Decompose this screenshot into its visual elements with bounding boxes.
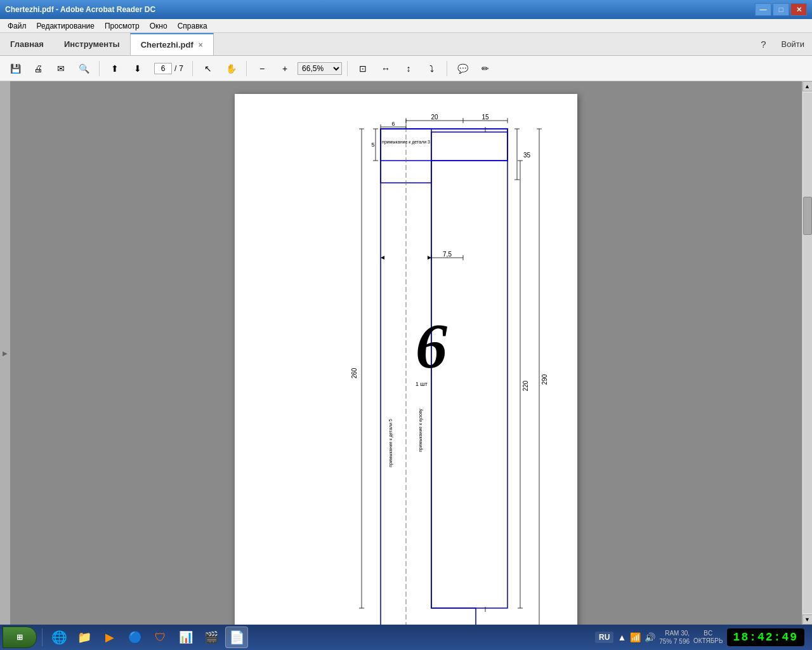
next-page-button[interactable]: ⬇ [128, 59, 148, 78]
tab-document[interactable]: Chertezhi.pdf × [130, 33, 214, 55]
technical-drawing: 20 15 6 5 35 [235, 94, 577, 625]
toolbar-separator-2 [192, 61, 193, 76]
nav-tabs: Главная Инструменты Chertezhi.pdf × ? Во… [0, 33, 812, 56]
menu-help[interactable]: Справка [173, 20, 213, 32]
page-indicator: / 7 [150, 63, 187, 74]
toolbar-separator-4 [347, 61, 348, 76]
taskbar-app-icon[interactable]: 📊 [174, 627, 197, 648]
toolbar: 💾 🖨 ✉ 🔍 ⬆ ⬇ / 7 ↖ ✋ − + 66,5% 50% 75% 10… [0, 56, 812, 81]
date-month: ОКТЯБРЬ [693, 637, 723, 645]
ram-label: RAM 30, [659, 629, 690, 637]
menu-edit[interactable]: Редактирование [32, 20, 100, 32]
svg-text:1 шт: 1 шт [416, 381, 428, 387]
tab-tools[interactable]: Инструменты [54, 33, 130, 55]
menu-file[interactable]: Файл [3, 20, 32, 32]
svg-text:290: 290 [541, 374, 548, 385]
fit-width-button[interactable]: ↔ [376, 59, 396, 78]
prev-page-button[interactable]: ⬆ [105, 59, 125, 78]
page-input[interactable] [154, 63, 172, 74]
fit-height-button[interactable]: ↕ [398, 59, 419, 78]
taskbar-date: BC ОКТЯБРЬ [693, 630, 723, 645]
tab-close-button[interactable]: × [199, 41, 203, 50]
ram-value: 75% 7 596 [659, 637, 690, 646]
menu-view[interactable]: Просмотр [100, 20, 145, 32]
select-tool-button[interactable]: ↖ [198, 59, 218, 78]
print-button[interactable]: 🖨 [28, 59, 48, 78]
main-area: ▶ [0, 81, 812, 625]
language-indicator[interactable]: RU [595, 632, 613, 643]
svg-text:5: 5 [371, 142, 374, 148]
taskbar-chrome-icon[interactable]: 🔵 [124, 627, 147, 648]
taskbar-sep-1 [42, 628, 43, 646]
tray-arrow-icon: ▲ [617, 632, 626, 642]
titlebar: Chertezhi.pdf - Adobe Acrobat Reader DC … [0, 0, 812, 19]
date-day: BC [704, 630, 712, 637]
svg-text:20: 20 [431, 114, 438, 121]
maximize-button[interactable]: □ [773, 3, 789, 16]
taskbar-clock: 18:42:49 [727, 628, 804, 646]
email-button[interactable]: ✉ [51, 59, 71, 78]
total-pages: 7 [179, 64, 183, 73]
minimize-button[interactable]: — [755, 3, 771, 16]
help-button[interactable]: ? [753, 33, 773, 55]
pdf-page: 20 15 6 5 35 [235, 94, 577, 625]
menubar: Файл Редактирование Просмотр Окно Справк… [0, 19, 812, 33]
nav-spacer [214, 33, 754, 55]
svg-text:35: 35 [523, 152, 531, 159]
taskbar-filemanager-icon[interactable]: 📁 [73, 627, 96, 648]
titlebar-controls: — □ ✕ [755, 3, 807, 16]
start-button[interactable]: ⊞ [3, 627, 37, 648]
save-button[interactable]: 💾 [5, 59, 25, 78]
scroll-down-button[interactable]: ▼ [802, 614, 813, 625]
network-icon: 📶 [630, 632, 641, 642]
zoom-in-button[interactable]: + [275, 59, 295, 78]
taskbar-tray: RU ▲ 📶 🔊 RAM 30, 75% 7 596 BC ОКТЯБРЬ 18… [590, 628, 809, 646]
svg-text:примыкание к детали 3: примыкание к детали 3 [382, 140, 430, 145]
taskbar-video-icon[interactable]: 🎬 [200, 627, 223, 648]
sound-icon: 🔊 [645, 632, 655, 642]
taskbar-acrobat-icon[interactable]: 📄 [225, 627, 248, 648]
scroll-up-button[interactable]: ▲ [802, 81, 813, 91]
svg-text:примыкание к детали 5: примыкание к детали 5 [388, 419, 393, 467]
svg-text:220: 220 [522, 380, 529, 391]
tab-home[interactable]: Главная [0, 33, 54, 55]
titlebar-title: Chertezhi.pdf - Adobe Acrobat Reader DC [5, 5, 155, 14]
comment-button[interactable]: 💬 [452, 59, 473, 78]
ram-info: RAM 30, 75% 7 596 [659, 629, 690, 646]
search-button[interactable]: 🔍 [74, 59, 94, 78]
toolbar-separator-3 [246, 61, 247, 76]
taskbar-shield-icon[interactable]: 🛡 [149, 627, 172, 648]
svg-text:7,5: 7,5 [443, 251, 452, 258]
pdf-viewer[interactable]: 20 15 6 5 35 [10, 81, 802, 625]
toolbar-separator-1 [99, 61, 100, 76]
zoom-select[interactable]: 66,5% 50% 75% 100% [298, 62, 342, 75]
left-panel-toggle[interactable]: ▶ [0, 81, 10, 625]
svg-text:260: 260 [351, 368, 358, 378]
right-scrollbar[interactable]: ▲ ▼ [802, 81, 812, 625]
menu-window[interactable]: Окно [145, 20, 173, 32]
taskbar-media-icon[interactable]: ▶ [98, 627, 121, 648]
left-arrow-icon: ▶ [3, 350, 8, 357]
taskbar-ie-icon[interactable]: 🌐 [48, 627, 70, 648]
page-separator: / [174, 64, 176, 73]
close-button[interactable]: ✕ [790, 3, 807, 16]
pan-tool-button[interactable]: ✋ [221, 59, 241, 78]
scrollbar-track[interactable] [803, 93, 812, 613]
svg-text:6: 6 [416, 310, 447, 381]
scrollbar-thumb[interactable] [803, 197, 812, 235]
login-button[interactable]: Войти [774, 33, 812, 55]
annotate-button[interactable]: ✏ [475, 59, 495, 78]
taskbar: ⊞ 🌐 📁 ▶ 🔵 🛡 📊 🎬 📄 RU ▲ 📶 🔊 RAM 30 [0, 625, 812, 650]
zoom-out-button[interactable]: − [252, 59, 272, 78]
svg-text:15: 15 [481, 114, 489, 121]
start-icon: ⊞ [16, 633, 23, 642]
svg-text:примыкание к кузову: примыкание к кузову [418, 409, 423, 452]
rotate-button[interactable]: ⤵ [421, 59, 442, 78]
svg-text:6: 6 [391, 121, 395, 127]
toolbar-separator-5 [447, 61, 447, 76]
fit-page-button[interactable]: ⊡ [353, 59, 373, 78]
